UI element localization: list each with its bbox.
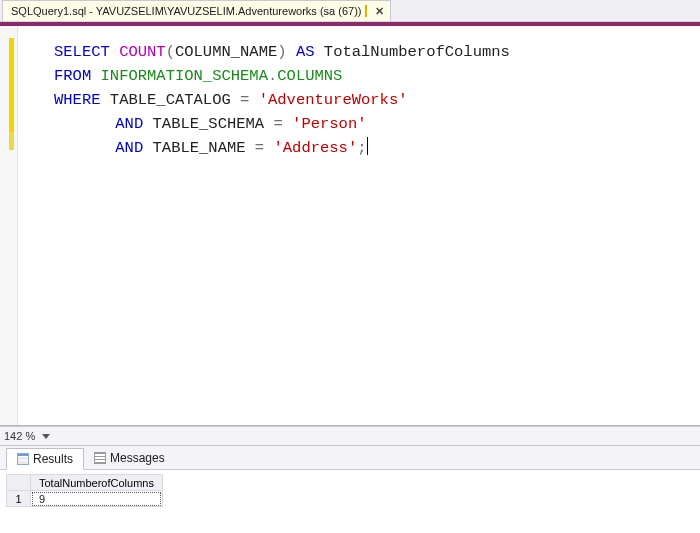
dot: . [268, 67, 277, 85]
zoom-dropdown[interactable] [41, 431, 51, 441]
change-marker [9, 132, 14, 150]
text-caret [367, 137, 368, 155]
kw-as: AS [296, 43, 315, 61]
col-header-total[interactable]: TotalNumberofColumns [31, 475, 163, 491]
row-number[interactable]: 1 [7, 491, 31, 507]
col-table-catalog: TABLE_CATALOG [110, 91, 231, 109]
kw-from: FROM [54, 67, 91, 85]
tab-results[interactable]: Results [6, 448, 84, 470]
eq: = [273, 115, 282, 133]
semi: ; [357, 139, 366, 157]
table-row: 1 9 [7, 491, 163, 507]
messages-icon [94, 452, 106, 464]
close-icon[interactable]: ✕ [375, 5, 384, 18]
eq: = [255, 139, 264, 157]
lit-person: 'Person' [292, 115, 366, 133]
lit-address: 'Address' [273, 139, 357, 157]
kw-select: SELECT [54, 43, 110, 61]
zoom-value: 142 % [4, 430, 35, 442]
paren-open: ( [166, 43, 175, 61]
tab-messages-label: Messages [110, 451, 165, 465]
results-icon [17, 453, 29, 465]
kw-and: AND [115, 115, 143, 133]
sql-editor[interactable]: SELECT COUNT(COLUMN_NAME) AS TotalNumber… [0, 26, 700, 426]
change-marker [9, 38, 14, 132]
alias: TotalNumberofColumns [324, 43, 510, 61]
fn-count: COUNT [119, 43, 166, 61]
editor-text[interactable]: SELECT COUNT(COLUMN_NAME) AS TotalNumber… [18, 26, 700, 425]
document-tab-strip: SQLQuery1.sql - YAVUZSELIM\YAVUZSELIM.Ad… [0, 0, 700, 22]
results-tab-strip: Results Messages [0, 446, 700, 470]
cell-value[interactable]: 9 [31, 491, 163, 507]
eq: = [240, 91, 249, 109]
document-tab-active[interactable]: SQLQuery1.sql - YAVUZSELIM\YAVUZSELIM.Ad… [2, 0, 391, 21]
paren-close: ) [277, 43, 286, 61]
schema: INFORMATION_SCHEMA [101, 67, 268, 85]
col-table-name: TABLE_NAME [153, 139, 246, 157]
arg-column-name: COLUMN_NAME [175, 43, 277, 61]
zoom-bar: 142 % [0, 426, 700, 446]
kw-where: WHERE [54, 91, 101, 109]
tab-results-label: Results [33, 452, 73, 466]
object: COLUMNS [277, 67, 342, 85]
editor-gutter [0, 26, 18, 425]
col-table-schema: TABLE_SCHEMA [153, 115, 265, 133]
lit-adventureworks: 'AdventureWorks' [259, 91, 408, 109]
document-tab-title: SQLQuery1.sql - YAVUZSELIM\YAVUZSELIM.Ad… [11, 5, 361, 17]
dirty-indicator [365, 5, 367, 17]
grid-corner[interactable] [7, 475, 31, 491]
tab-messages[interactable]: Messages [84, 447, 175, 469]
results-grid[interactable]: TotalNumberofColumns 1 9 [0, 470, 700, 507]
kw-and: AND [115, 139, 143, 157]
